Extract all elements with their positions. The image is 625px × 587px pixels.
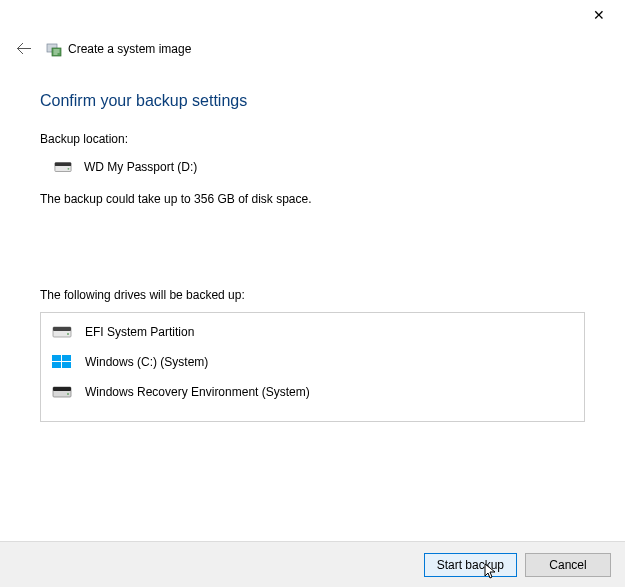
close-button[interactable]: ✕: [585, 3, 613, 27]
drive-item: Windows (C:) (System): [41, 347, 584, 377]
hard-drive-icon: [51, 324, 73, 340]
close-icon: ✕: [593, 7, 605, 23]
page-heading: Confirm your backup settings: [40, 92, 585, 110]
svg-rect-11: [52, 355, 61, 361]
titlebar: ✕: [0, 0, 625, 30]
backup-location-row: WD My Passport (D:): [54, 160, 585, 174]
svg-rect-14: [62, 362, 71, 368]
footer-bar: Start backup Cancel: [0, 541, 625, 587]
svg-rect-4: [54, 54, 58, 55]
svg-rect-16: [53, 387, 71, 391]
drive-item: Windows Recovery Environment (System): [41, 377, 584, 407]
svg-rect-6: [55, 163, 71, 167]
button-label: Start backup: [437, 558, 504, 572]
svg-point-7: [68, 168, 70, 170]
start-backup-button[interactable]: Start backup: [424, 553, 517, 577]
content-area: Confirm your backup settings Backup loca…: [0, 64, 625, 422]
svg-point-10: [67, 333, 69, 335]
back-arrow-icon: 🡠: [16, 40, 32, 57]
svg-rect-12: [62, 355, 71, 361]
disk-space-note: The backup could take up to 356 GB of di…: [40, 192, 585, 206]
drive-item-label: EFI System Partition: [85, 325, 194, 339]
svg-rect-2: [54, 50, 60, 51]
drive-item-label: Windows Recovery Environment (System): [85, 385, 310, 399]
backup-location-label: Backup location:: [40, 132, 585, 146]
drives-heading: The following drives will be backed up:: [40, 288, 585, 302]
drive-item: EFI System Partition: [41, 317, 584, 347]
drive-list: EFI System Partition Windows (C:) (Syste…: [40, 312, 585, 422]
button-label: Cancel: [549, 558, 586, 572]
cancel-button[interactable]: Cancel: [525, 553, 611, 577]
external-drive-icon: [54, 160, 72, 174]
backup-location-value: WD My Passport (D:): [84, 160, 197, 174]
svg-rect-13: [52, 362, 61, 368]
system-image-icon: [46, 41, 62, 57]
windows-drive-icon: [51, 354, 73, 370]
window-title: Create a system image: [68, 42, 191, 56]
hard-drive-icon: [51, 384, 73, 400]
svg-rect-9: [53, 327, 71, 331]
header-row: 🡠 Create a system image: [0, 30, 625, 64]
app-title: Create a system image: [46, 41, 191, 57]
drive-item-label: Windows (C:) (System): [85, 355, 208, 369]
back-button[interactable]: 🡠: [12, 38, 36, 60]
svg-point-17: [67, 393, 69, 395]
svg-rect-3: [54, 52, 60, 53]
